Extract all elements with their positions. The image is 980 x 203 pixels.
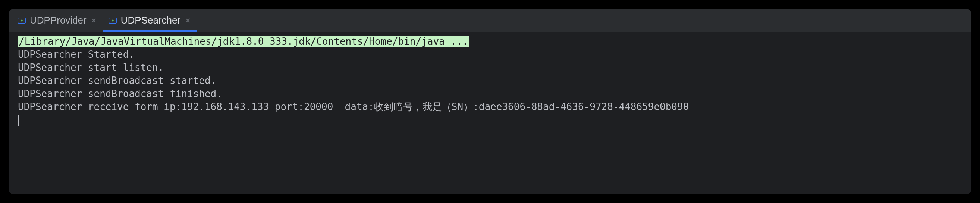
run-config-icon [17,16,26,25]
tab-udpprovider[interactable]: UDPProvider × [12,9,103,32]
tab-label: UDPProvider [30,14,86,26]
svg-marker-3 [112,19,114,22]
console-cursor-line [18,114,964,127]
text-cursor [18,115,19,126]
run-console-panel: UDPProvider × UDPSearcher × /Library/Jav… [9,9,971,194]
console-line: UDPSearcher sendBroadcast started. [18,74,964,87]
console-command: /Library/Java/JavaVirtualMachines/jdk1.8… [18,36,469,47]
tab-label: UDPSearcher [121,14,180,26]
svg-marker-1 [21,19,23,22]
console-output[interactable]: /Library/Java/JavaVirtualMachines/jdk1.8… [9,32,971,194]
console-line: UDPSearcher Started. [18,48,964,61]
console-line: UDPSearcher receive form ip:192.168.143.… [18,101,964,113]
close-icon[interactable]: × [90,17,98,24]
tab-udpsearcher[interactable]: UDPSearcher × [103,9,197,32]
run-config-icon [108,16,117,25]
run-tab-bar: UDPProvider × UDPSearcher × [9,9,971,32]
console-line: UDPSearcher start listen. [18,61,964,74]
console-line: UDPSearcher sendBroadcast finished. [18,87,964,101]
close-icon[interactable]: × [184,17,192,24]
